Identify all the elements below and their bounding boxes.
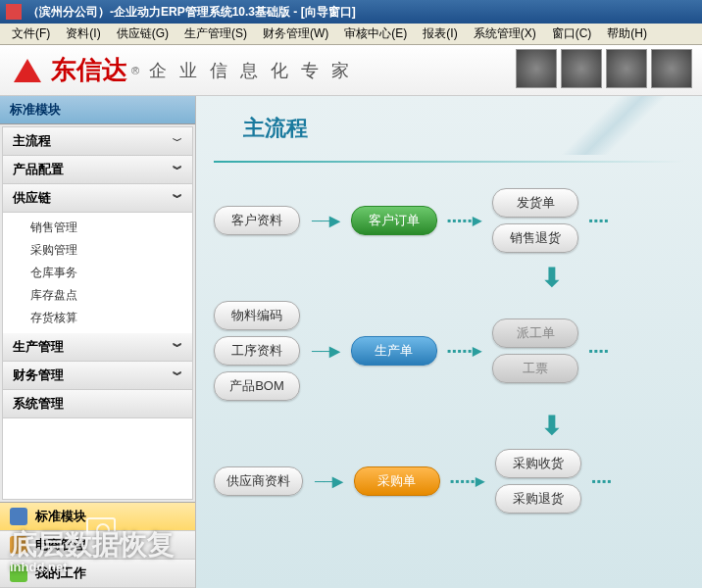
flow-left-stack: 供应商资料 — [214, 466, 303, 496]
chevron-double-down-icon: ︾ — [173, 163, 182, 176]
accordion-header[interactable]: 供应链︾ — [3, 184, 192, 213]
menu-item[interactable]: 资料(I) — [58, 24, 108, 44]
flow-node[interactable]: 采购收货 — [495, 449, 581, 478]
flow-node[interactable]: 发货单 — [492, 188, 578, 218]
window-title: （滨州分公司）-企业动力ERP管理系统10.3基础版 - [向导窗口] — [27, 4, 356, 21]
main-panel: 主流程 客户资料──▶客户订单▪▪▪▪▪▶发货单销售退货▪▪▪▪⬇物料编码工序资… — [196, 96, 702, 588]
arrow-dashed-right-icon: ▪▪▪▪ — [578, 344, 619, 358]
accordion-header[interactable]: 主流程﹀ — [3, 127, 192, 156]
flow-row: 客户资料──▶客户订单▪▪▪▪▪▶发货单销售退货▪▪▪▪ — [214, 188, 684, 253]
window-titlebar: （滨州分公司）-企业动力ERP管理系统10.3基础版 - [向导窗口] — [0, 0, 702, 24]
flow-node[interactable]: 生产单 — [351, 336, 437, 366]
registered-mark: ® — [131, 65, 139, 76]
arrow-dashed-right-icon: ▪▪▪▪▪▶ — [437, 214, 492, 227]
menu-item[interactable]: 帮助(H) — [599, 24, 655, 44]
sidebar-title: 标准模块 — [0, 96, 195, 124]
flow-node[interactable]: 采购单 — [354, 466, 440, 496]
main-title: 主流程 — [243, 114, 684, 143]
arrow-dashed-right-icon: ▪▪▪▪ — [581, 474, 622, 488]
arrow-right-icon: ──▶ — [303, 473, 354, 489]
sidebar-body: 主流程﹀产品配置︾供应链︾销售管理采购管理仓库事务库存盘点存货核算生产管理︾财务… — [2, 126, 193, 500]
sidebar-item[interactable]: 采购管理 — [30, 239, 192, 262]
module-icon — [10, 536, 27, 554]
sidebar-tab-label: 标准模块 — [35, 508, 86, 525]
menu-item[interactable]: 审核中心(E) — [336, 24, 415, 44]
header-image — [651, 49, 692, 88]
flow-node[interactable]: 客户订单 — [351, 206, 437, 235]
sidebar-tab-label: 电商管理 — [35, 536, 86, 554]
app-header: 东信达 ® 企 业 信 息 化 专 家 — [0, 45, 702, 96]
accordion-header[interactable]: 系统管理 — [3, 390, 192, 418]
sidebar-tab[interactable]: 电商管理 — [0, 531, 195, 560]
sidebar-item[interactable]: 库存盘点 — [30, 284, 192, 307]
sidebar-bottom-tabs: 标准模块电商管理我的工作 — [0, 502, 195, 588]
accordion-header[interactable]: 生产管理︾ — [3, 333, 192, 362]
flow-right-stack: 派工单工票 — [492, 318, 578, 383]
accordion-body: 销售管理采购管理仓库事务库存盘点存货核算 — [3, 213, 192, 333]
flow-node[interactable]: 派工单 — [492, 318, 578, 348]
menu-item[interactable]: 系统管理(X) — [466, 24, 544, 44]
flow-left-stack: 客户资料 — [214, 206, 300, 235]
flow-node[interactable]: 供应商资料 — [214, 466, 303, 496]
arrow-right-icon: ──▶ — [300, 343, 351, 359]
flow-node[interactable]: 工序资料 — [214, 336, 300, 366]
flow-node[interactable]: 客户资料 — [214, 206, 300, 235]
flow-node[interactable]: 物料编码 — [214, 301, 300, 330]
flow-row: 物料编码工序资料产品BOM──▶生产单▪▪▪▪▪▶派工单工票▪▪▪▪ — [214, 301, 684, 401]
flow-node[interactable]: 销售退货 — [492, 223, 578, 253]
arrow-dashed-right-icon: ▪▪▪▪▪▶ — [437, 344, 492, 358]
chevron-double-down-icon: ︾ — [173, 368, 182, 382]
arrow-right-icon: ──▶ — [300, 213, 351, 228]
accordion-label: 系统管理 — [13, 395, 64, 413]
flow-right-stack: 发货单销售退货 — [492, 188, 578, 253]
menu-item[interactable]: 财务管理(W) — [255, 24, 336, 44]
sidebar-tab[interactable]: 我的工作 — [0, 560, 195, 588]
flow-node[interactable]: 产品BOM — [214, 371, 300, 401]
sidebar-tab-label: 我的工作 — [35, 564, 86, 582]
chevron-double-down-icon: ︾ — [173, 340, 182, 354]
accordion-label: 生产管理 — [13, 338, 64, 356]
header-images — [516, 49, 692, 88]
arrow-dashed-right-icon: ▪▪▪▪▪▶ — [440, 474, 495, 488]
logo-icon — [14, 59, 41, 82]
menu-item[interactable]: 报表(I) — [415, 24, 465, 44]
menu-item[interactable]: 生产管理(S) — [176, 24, 255, 44]
flow-node[interactable]: 采购退货 — [495, 484, 581, 514]
logo-text: 东信达 — [51, 53, 127, 87]
header-image — [516, 49, 557, 88]
sidebar-item[interactable]: 存货核算 — [30, 307, 192, 329]
accordion-label: 产品配置 — [13, 161, 64, 178]
sidebar-item[interactable]: 仓库事务 — [30, 262, 192, 284]
sidebar: 标准模块 主流程﹀产品配置︾供应链︾销售管理采购管理仓库事务库存盘点存货核算生产… — [0, 96, 196, 588]
chevron-double-down-icon: ︾ — [173, 191, 182, 205]
flow-left-stack: 物料编码工序资料产品BOM — [214, 301, 300, 401]
accordion-header[interactable]: 产品配置︾ — [3, 156, 192, 184]
arrow-down-icon: ⬇ — [420, 411, 684, 441]
arrow-down-icon: ⬇ — [420, 263, 684, 293]
content-area: 标准模块 主流程﹀产品配置︾供应链︾销售管理采购管理仓库事务库存盘点存货核算生产… — [0, 96, 702, 588]
flow-row: 供应商资料──▶采购单▪▪▪▪▪▶采购收货采购退货▪▪▪▪ — [214, 449, 684, 514]
module-icon — [10, 564, 27, 582]
menubar: 文件(F)资料(I)供应链(G)生产管理(S)财务管理(W)审核中心(E)报表(… — [0, 24, 702, 45]
sidebar-item[interactable]: 销售管理 — [30, 217, 192, 239]
module-icon — [10, 508, 27, 525]
accordion-header[interactable]: 财务管理︾ — [3, 362, 192, 390]
header-image — [606, 49, 647, 88]
flow-right-stack: 采购收货采购退货 — [495, 449, 581, 514]
menu-item[interactable]: 文件(F) — [4, 24, 58, 44]
menu-item[interactable]: 窗口(C) — [544, 24, 600, 44]
accordion-label: 主流程 — [13, 132, 51, 150]
flowchart: 客户资料──▶客户订单▪▪▪▪▪▶发货单销售退货▪▪▪▪⬇物料编码工序资料产品B… — [214, 188, 684, 514]
title-underline — [214, 161, 684, 163]
app-icon — [6, 4, 22, 20]
arrow-dashed-right-icon: ▪▪▪▪ — [578, 214, 619, 227]
sidebar-tab[interactable]: 标准模块 — [0, 503, 195, 531]
flow-node[interactable]: 工票 — [492, 354, 578, 383]
menu-item[interactable]: 供应链(G) — [109, 24, 176, 44]
logo-subtitle: 企 业 信 息 化 专 家 — [149, 59, 353, 82]
chevron-down-icon: ﹀ — [173, 134, 182, 148]
header-image — [561, 49, 602, 88]
accordion-label: 供应链 — [13, 189, 51, 207]
accordion-label: 财务管理 — [13, 367, 64, 384]
